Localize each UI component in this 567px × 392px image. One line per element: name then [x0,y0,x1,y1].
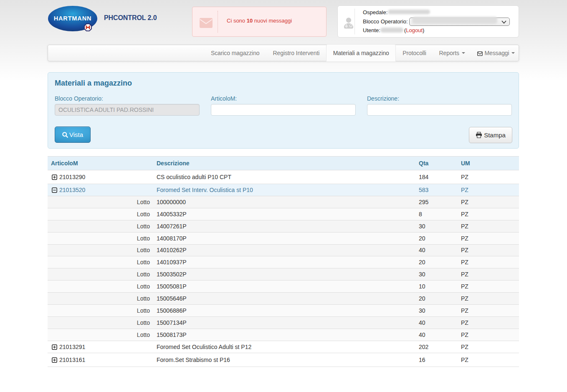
svg-text:HARTMANN: HARTMANN [54,15,92,22]
